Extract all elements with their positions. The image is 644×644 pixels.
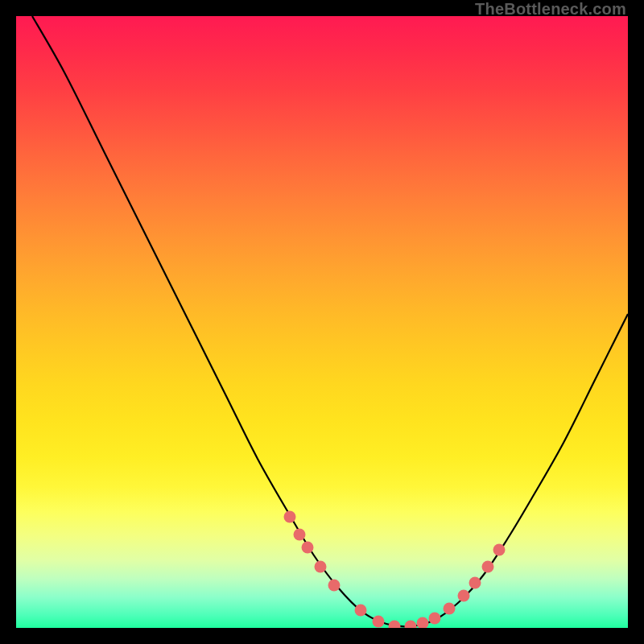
curve-dot	[355, 605, 367, 617]
chart-frame: TheBottleneck.com	[0, 0, 644, 644]
curve-dot	[389, 621, 401, 629]
curve-dot	[373, 616, 385, 628]
curve-dot	[405, 621, 417, 629]
curve-dot	[493, 544, 506, 556]
curve-dot	[444, 603, 456, 615]
plot-gradient-area	[16, 16, 628, 628]
curve-svg	[16, 16, 628, 628]
watermark-text: TheBottleneck.com	[475, 0, 626, 19]
curve-dot	[469, 577, 481, 589]
curve-dot	[294, 529, 306, 541]
bottleneck-curve-path	[32, 16, 628, 626]
curve-dot	[284, 511, 296, 523]
curve-dot	[429, 613, 441, 625]
curve-dot	[417, 617, 429, 629]
curve-dot	[328, 580, 341, 592]
curve-dots-group	[284, 511, 506, 629]
curve-dot	[302, 542, 314, 554]
curve-dot	[315, 561, 327, 573]
curve-dot	[458, 590, 470, 602]
curve-dot	[482, 561, 494, 573]
